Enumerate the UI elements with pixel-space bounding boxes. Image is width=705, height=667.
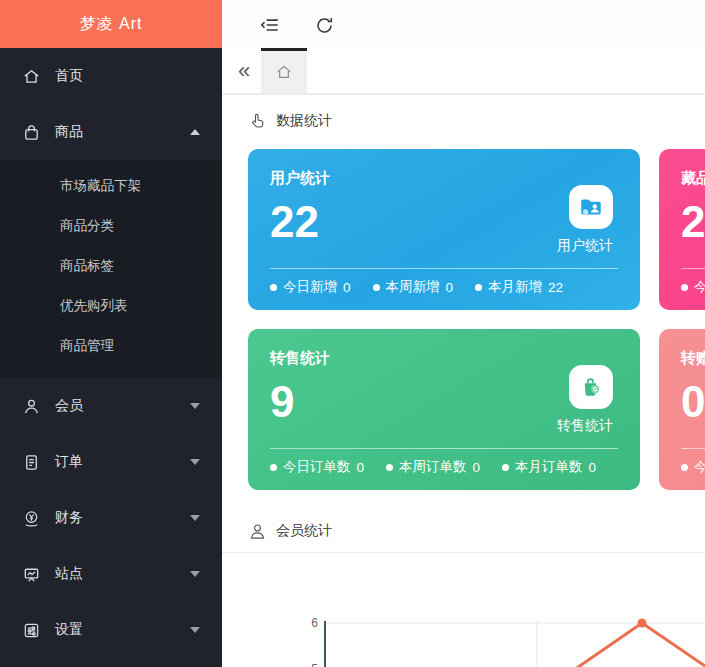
- refresh-icon[interactable]: [312, 13, 336, 37]
- order-icon: [22, 453, 41, 472]
- bullet-icon: [373, 284, 380, 291]
- settings-icon: [22, 621, 41, 640]
- bullet-icon: [386, 464, 393, 471]
- card-value: 2: [681, 200, 705, 244]
- fold-menu-icon[interactable]: [258, 13, 282, 37]
- footer-stat: 今日新增0: [681, 278, 705, 296]
- sidebar: 梦凌 Art 首页 商品 市场藏品下架 商品分类 商品标签 优先购列表 商品管理…: [0, 0, 222, 667]
- chevron-up-icon: [190, 129, 200, 135]
- topbar: [222, 0, 705, 48]
- users-folder-icon: [569, 185, 613, 229]
- footer-stat: 本月订单数0: [502, 458, 596, 476]
- card-title: 转赠统计: [681, 349, 705, 368]
- footer-stat: 本月新增22: [475, 278, 563, 296]
- finance-icon: [22, 509, 41, 528]
- chevron-down-icon: [190, 403, 200, 409]
- products-submenu: 市场藏品下架 商品分类 商品标签 优先购列表 商品管理: [0, 160, 222, 378]
- home-icon: [275, 63, 293, 81]
- sidebar-item-label: 商品: [55, 123, 190, 141]
- sidebar-item-site[interactable]: 站点: [0, 546, 222, 602]
- chevron-down-icon: [190, 571, 200, 577]
- sidebar-item-label: 订单: [55, 453, 190, 471]
- members-section-title: 会员统计: [276, 522, 332, 540]
- card-footer: 今日新增0: [681, 458, 705, 476]
- bullet-icon: [681, 464, 688, 471]
- stats-section-header: 数据统计: [248, 110, 705, 132]
- card-value: 0: [681, 380, 705, 424]
- sidebar-item-members[interactable]: 会员: [0, 378, 222, 434]
- card-icon-label: 转售统计: [557, 417, 613, 435]
- card-footer: 今日新增0 本周新增0 本月新增22: [270, 278, 563, 296]
- y-tick-5: 5: [311, 662, 318, 667]
- sidebar-subitem-product-mgmt[interactable]: 商品管理: [0, 326, 222, 366]
- series-peak-dot: [638, 619, 647, 628]
- members-section-header: 会员统计: [248, 520, 705, 542]
- pointer-hand-icon: [248, 112, 267, 131]
- sidebar-item-label: 站点: [55, 565, 190, 583]
- member-icon: [248, 522, 267, 541]
- sidebar-item-label: 财务: [55, 509, 190, 527]
- resale-bag-icon: [569, 365, 613, 409]
- bullet-icon: [502, 464, 509, 471]
- stat-cards: 用户统计 22 用户统计 今日新增0 本周新增0 本月新增22 藏品统计 2: [248, 149, 705, 490]
- home-icon: [22, 67, 41, 86]
- sidebar-subitem-tags[interactable]: 商品标签: [0, 246, 222, 286]
- member-series-line: [558, 623, 705, 667]
- card-divider: [681, 268, 705, 269]
- card-collection-stats[interactable]: 藏品统计 2 藏品统计 今日新增0: [659, 149, 705, 310]
- chevron-down-icon: [190, 459, 200, 465]
- user-icon: [22, 397, 41, 416]
- card-title: 藏品统计: [681, 169, 705, 188]
- sidebar-subitem-priority-list[interactable]: 优先购列表: [0, 286, 222, 326]
- card-gift-stats[interactable]: 转赠统计 0 转赠统计 今日新增0: [659, 329, 705, 490]
- app-logo: 梦凌 Art: [0, 0, 222, 48]
- bullet-icon: [681, 284, 688, 291]
- sidebar-item-products[interactable]: 商品: [0, 104, 222, 160]
- card-title: 用户统计: [270, 169, 618, 188]
- bullet-icon: [270, 464, 277, 471]
- stats-section-title: 数据统计: [276, 112, 332, 130]
- card-footer: 今日订单数0 本周订单数0 本月订单数0: [270, 458, 596, 476]
- members-line-chart: 6 5: [248, 603, 705, 667]
- sidebar-subitem-market-delist[interactable]: 市场藏品下架: [0, 166, 222, 206]
- card-user-stats[interactable]: 用户统计 22 用户统计 今日新增0 本周新增0 本月新增22: [248, 149, 640, 310]
- y-tick-6: 6: [311, 616, 318, 630]
- chevron-down-icon: [190, 515, 200, 521]
- card-divider: [270, 448, 618, 449]
- section-divider: [222, 552, 705, 553]
- tab-home[interactable]: [261, 48, 307, 93]
- sidebar-item-settings[interactable]: 设置: [0, 602, 222, 658]
- sidebar-item-label: 首页: [55, 67, 200, 85]
- sidebar-item-home[interactable]: 首页: [0, 48, 222, 104]
- footer-stat: 本周新增0: [373, 278, 454, 296]
- tabbar: «: [222, 48, 705, 95]
- chevron-down-icon: [190, 627, 200, 633]
- main-content: 数据统计 用户统计 22 用户统计 今日新增0 本周新增0 本月新增22: [222, 97, 705, 667]
- bullet-icon: [270, 284, 277, 291]
- card-divider: [681, 448, 705, 449]
- card-footer: 今日新增0: [681, 278, 705, 296]
- footer-stat: 今日新增0: [270, 278, 351, 296]
- footer-stat: 本周订单数0: [386, 458, 480, 476]
- footer-stat: 今日新增0: [681, 458, 705, 476]
- bullet-icon: [475, 284, 482, 291]
- card-icon-label: 用户统计: [557, 237, 613, 255]
- footer-stat: 今日订单数0: [270, 458, 364, 476]
- sidebar-item-label: 设置: [55, 621, 190, 639]
- sidebar-item-label: 会员: [55, 397, 190, 415]
- site-icon: [22, 565, 41, 584]
- sidebar-item-finance[interactable]: 财务: [0, 490, 222, 546]
- sidebar-subitem-categories[interactable]: 商品分类: [0, 206, 222, 246]
- members-section: 会员统计 6 5: [248, 520, 705, 667]
- tabs-collapse-button[interactable]: «: [230, 57, 258, 85]
- bag-icon: [22, 123, 41, 142]
- card-resale-stats[interactable]: 转售统计 9 转售统计 今日订单数0 本周订单数0 本月订单数0: [248, 329, 640, 490]
- card-title: 转售统计: [270, 349, 618, 368]
- sidebar-item-orders[interactable]: 订单: [0, 434, 222, 490]
- card-divider: [270, 268, 618, 269]
